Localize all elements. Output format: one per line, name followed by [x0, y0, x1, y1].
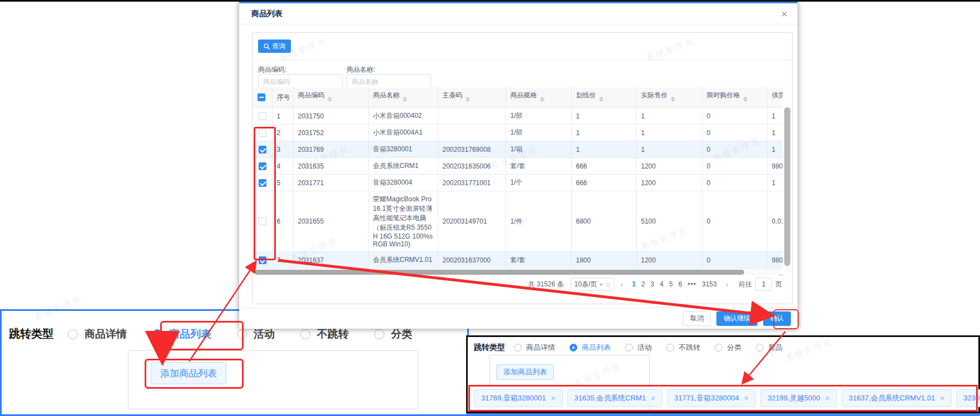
radio-circle-icon[interactable] [152, 329, 162, 339]
jump-type-radios-right: 商品详情商品列表活动不跳转分类新品 [514, 343, 797, 353]
sort-caret-icon[interactable] [403, 95, 407, 104]
radio-circle-icon[interactable] [570, 344, 577, 351]
column-header-name[interactable]: 商品名称 [368, 87, 438, 108]
column-header-actual_price[interactable]: 实际售价 [636, 87, 702, 108]
cell-supply_price: 1 [767, 108, 783, 125]
radio-活动[interactable]: 活动 [237, 327, 275, 341]
sort-caret-icon[interactable] [466, 95, 470, 104]
row-checkbox[interactable] [259, 179, 266, 187]
sort-caret-icon[interactable] [743, 95, 748, 104]
vertical-scrollbar-thumb[interactable] [784, 107, 790, 266]
column-header-line_price[interactable]: 划线价 [571, 87, 636, 108]
radio-circle-icon[interactable] [68, 329, 78, 339]
close-icon[interactable]: × [781, 8, 788, 19]
table-row: 22031752小米音箱0004A11/部1101 [253, 125, 783, 141]
product-tag: 31771,音箱3280004× [667, 389, 756, 407]
tag-close-icon[interactable]: × [744, 394, 749, 403]
product-tag: 32301,戴尔（DELL）戴尔G7× [956, 389, 980, 407]
radio-circle-icon[interactable] [715, 344, 722, 351]
row-checkbox[interactable] [259, 146, 266, 153]
radio-商品列表[interactable]: 商品列表 [152, 327, 211, 341]
page-number-2[interactable]: 2 [639, 280, 648, 288]
cell-barcode: 2002031771001 [438, 175, 506, 191]
column-header-spec[interactable]: 商品规格 [506, 87, 571, 108]
column-label: 限时购价格 [707, 91, 740, 99]
column-label: 供货价 [772, 91, 783, 99]
radio-circle-icon[interactable] [625, 344, 633, 351]
query-button[interactable]: 查询 [258, 39, 291, 53]
tag-close-icon[interactable]: × [825, 394, 830, 403]
radio-不跳转[interactable]: 不跳转 [666, 343, 700, 353]
page-size-select[interactable]: 10条/页 ▾ ◎ [571, 278, 615, 291]
column-header-code[interactable]: 商品编码 [293, 87, 368, 108]
radio-circle-icon[interactable] [756, 344, 764, 351]
confirm-button[interactable]: 确认 [763, 311, 791, 326]
radio-circle-icon[interactable] [514, 344, 522, 351]
product-table: 序号商品编码商品名称主条码商品规格划线价实际售价限时购价格供货价 1203175… [253, 87, 783, 275]
product-table-wrap: 序号商品编码商品名称主条码商品规格划线价实际售价限时购价格供货价 1203175… [253, 87, 783, 275]
cell-spec: 套/套 [506, 158, 571, 175]
radio-分类[interactable]: 分类 [715, 343, 741, 353]
cell-line_price: 666 [571, 158, 636, 175]
radio-商品详情[interactable]: 商品详情 [514, 343, 555, 353]
add-product-list-button-right[interactable]: 添加商品列表 [496, 364, 554, 380]
cell-line_price: 6800 [571, 191, 636, 252]
select-all-checkbox[interactable] [258, 93, 265, 101]
radio-活动[interactable]: 活动 [625, 343, 652, 353]
radio-circle-icon[interactable] [374, 329, 384, 339]
horizontal-scrollbar[interactable] [254, 269, 781, 275]
radio-分类[interactable]: 分类 [374, 327, 412, 341]
sort-caret-icon[interactable] [540, 95, 545, 104]
column-label: 商品名称 [373, 91, 400, 99]
column-label: 划线价 [576, 91, 596, 99]
sort-caret-icon[interactable] [671, 95, 675, 104]
radio-不跳转[interactable]: 不跳转 [300, 327, 349, 341]
page-number-6[interactable]: 6 [676, 280, 685, 288]
confirm-continue-button[interactable]: 确认继续 [716, 311, 758, 326]
radio-circle-icon[interactable] [666, 344, 674, 351]
prev-page-arrow[interactable]: ‹ [618, 280, 626, 289]
column-header-flash_price[interactable]: 限时购价格 [702, 87, 767, 108]
row-checkbox[interactable] [259, 112, 266, 120]
radio-circle-icon[interactable] [237, 329, 247, 339]
column-header-barcode[interactable]: 主条码 [438, 87, 506, 108]
row-checkbox[interactable] [259, 129, 266, 137]
cell-actual_price: 1200 [636, 252, 702, 269]
vertical-scrollbar[interactable] [784, 105, 791, 270]
horizontal-scrollbar-thumb[interactable] [255, 270, 744, 275]
add-product-list-button-left[interactable]: 添加商品列表 [151, 362, 226, 384]
cancel-button[interactable]: 取消 [683, 311, 711, 326]
tag-close-icon[interactable]: × [940, 394, 944, 403]
tag-close-icon[interactable]: × [551, 394, 555, 403]
page-number-5[interactable]: 5 [666, 280, 676, 288]
product-list-modal: 商品列表 × 查询 商品编码: 商品名称: 序号商品编码商品名称主条码商品规格划… [239, 2, 798, 329]
row-checkbox[interactable] [259, 256, 266, 264]
radio-新品[interactable]: 新品 [756, 343, 783, 353]
cell-flash_price: 0 [702, 125, 767, 141]
radio-circle-icon[interactable] [300, 329, 310, 339]
radio-label: 新品 [768, 343, 783, 353]
next-page-arrow[interactable]: › [723, 280, 731, 289]
product-code-input[interactable] [258, 74, 343, 89]
sort-caret-icon[interactable] [328, 95, 332, 104]
table-row: 32031769音箱328000120020317690081/箱1101 [253, 141, 783, 158]
radio-商品列表[interactable]: 商品列表 [570, 343, 611, 353]
goto-page-input[interactable] [755, 278, 772, 291]
page-number-3[interactable]: 3 [648, 280, 657, 288]
page-number-1[interactable]: 1 [629, 280, 639, 288]
radio-label: 分类 [727, 343, 741, 353]
product-name-input[interactable] [347, 74, 431, 89]
column-header-supply_price[interactable]: 供货价 [767, 87, 783, 108]
page-number-4[interactable]: 4 [657, 280, 666, 288]
row-checkbox[interactable] [259, 162, 266, 170]
radio-label: 商品详情 [85, 327, 127, 341]
row-checkbox[interactable] [259, 217, 266, 225]
tag-close-icon[interactable]: × [651, 394, 655, 403]
page-number-3153[interactable]: 3153 [699, 280, 720, 288]
column-label: 商品规格 [511, 91, 537, 99]
radio-商品详情[interactable]: 商品详情 [68, 327, 127, 341]
cell-actual_price: 1 [636, 125, 702, 141]
cell-name: 音箱3280004 [368, 175, 438, 191]
sort-caret-icon[interactable] [599, 95, 603, 104]
tag-text: 32301,戴尔（DELL）戴尔G7 [963, 393, 980, 403]
